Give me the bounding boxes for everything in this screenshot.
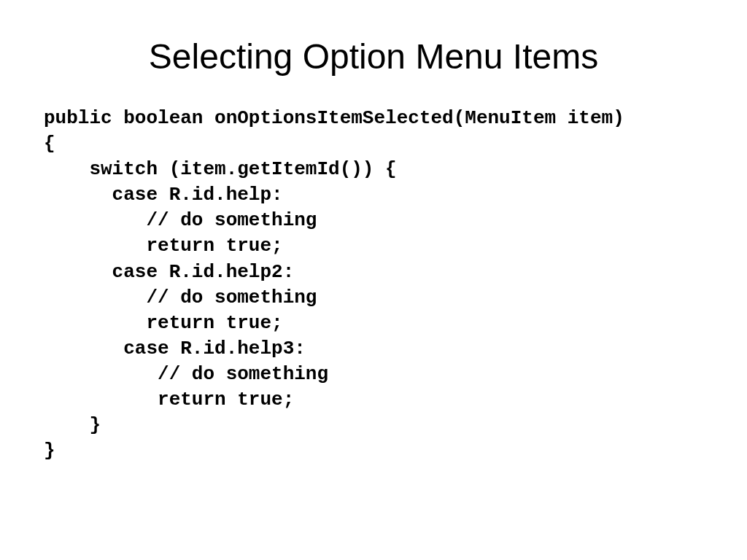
slide-title: Selecting Option Menu Items	[44, 36, 703, 77]
code-block: public boolean onOptionsItemSelected(Men…	[44, 106, 703, 464]
slide-container: Selecting Option Menu Items public boole…	[0, 0, 747, 560]
